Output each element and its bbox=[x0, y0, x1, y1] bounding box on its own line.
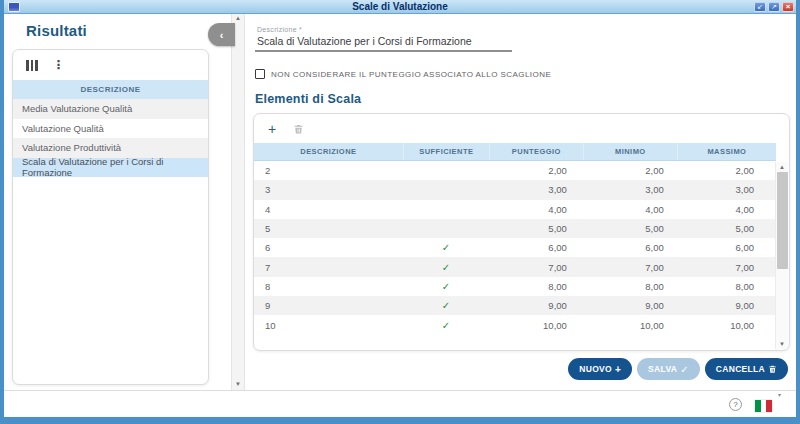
column-header[interactable]: SUFFICIENTE bbox=[403, 143, 489, 160]
no-score-checkbox-label: NON CONSIDERARE IL PUNTEGGIO ASSOCIATO A… bbox=[271, 70, 551, 79]
table-scrollbar[interactable]: ▲ ▼ bbox=[775, 162, 788, 349]
cancella-button-label: CANCELLA bbox=[716, 364, 765, 374]
sidebar-scrollbar[interactable]: ▲ ▼ bbox=[231, 14, 245, 390]
check-icon: ✓ bbox=[442, 320, 450, 331]
column-header[interactable]: DESCRIZIONE bbox=[254, 143, 403, 160]
cell-massimo: 6,00 bbox=[677, 242, 776, 253]
cell-massimo: 2,00 bbox=[677, 165, 776, 176]
window-titlebar[interactable]: Scale di Valutazione ↙ ↗ × bbox=[4, 0, 796, 14]
cell-punteggio: 9,00 bbox=[489, 300, 583, 311]
columns-icon[interactable] bbox=[26, 60, 38, 71]
cancella-button[interactable]: CANCELLA bbox=[705, 358, 788, 380]
table-toolbar: + bbox=[254, 114, 789, 143]
check-icon: ✓ bbox=[442, 262, 450, 273]
section-title: Elementi di Scala bbox=[255, 92, 790, 106]
cell-descrizione: 8 bbox=[254, 281, 403, 292]
check-icon: ✓ bbox=[442, 281, 450, 292]
check-icon: ✓ bbox=[442, 242, 450, 253]
cell-punteggio: 5,00 bbox=[489, 223, 583, 234]
cell-descrizione: 9 bbox=[254, 300, 403, 311]
table-row[interactable]: 44,004,004,00 bbox=[254, 200, 776, 219]
cell-punteggio: 10,00 bbox=[489, 320, 583, 331]
add-row-icon[interactable]: + bbox=[268, 122, 276, 136]
scroll-up-arrow-icon[interactable]: ▲ bbox=[232, 15, 244, 21]
cell-minimo: 9,00 bbox=[583, 300, 677, 311]
nuovo-button-label: NUOVO bbox=[579, 364, 612, 374]
delete-row-icon[interactable] bbox=[293, 123, 304, 135]
table-row[interactable]: 55,005,005,00 bbox=[254, 219, 776, 238]
caret-down-icon: ▾ bbox=[778, 391, 781, 398]
table-header: DESCRIZIONESUFFICIENTEPUNTEGGIOMINIMOMAS… bbox=[254, 143, 776, 161]
sidebar-title: Risultati bbox=[26, 22, 231, 39]
cell-punteggio: 4,00 bbox=[489, 204, 583, 215]
cell-sufficiente: ✓ bbox=[403, 262, 489, 273]
table-scroll-up-icon[interactable]: ▲ bbox=[779, 162, 785, 172]
table-row[interactable]: 22,002,002,00 bbox=[254, 161, 776, 180]
cell-minimo: 2,00 bbox=[583, 165, 677, 176]
results-list-item[interactable]: Valutazione Produttività bbox=[13, 138, 208, 158]
kebab-menu-icon[interactable]: ⋮ bbox=[53, 58, 65, 72]
cell-minimo: 6,00 bbox=[583, 242, 677, 253]
top-region: Risultati ⋮ DESCRIZIONE Media Valutazion… bbox=[4, 14, 796, 390]
cell-descrizione: 2 bbox=[254, 165, 403, 176]
window-content: Risultati ⋮ DESCRIZIONE Media Valutazion… bbox=[4, 14, 796, 417]
description-field-label: Descrizione * bbox=[257, 26, 512, 33]
cell-massimo: 9,00 bbox=[677, 300, 776, 311]
column-header[interactable]: MASSIMO bbox=[677, 143, 776, 160]
results-list-item[interactable]: Media Valutazione Qualità bbox=[13, 99, 208, 119]
table-row[interactable]: 7✓7,007,007,00 bbox=[254, 257, 776, 276]
table-body: 22,002,002,0033,003,003,0044,004,004,005… bbox=[254, 161, 776, 335]
plus-icon: + bbox=[615, 364, 621, 375]
cell-sufficiente: ✓ bbox=[403, 300, 489, 311]
help-icon[interactable]: ? bbox=[729, 398, 742, 411]
main-panel: Descrizione * Scala di Valutazione per i… bbox=[245, 14, 796, 390]
scale-elements-card: + DESCRIZIONESUFFICIENTEPUNTEGGIOMINIMOM… bbox=[253, 113, 790, 351]
table-row[interactable]: 10✓10,0010,0010,00 bbox=[254, 315, 776, 334]
window-maximize-button[interactable]: ↗ bbox=[768, 2, 780, 12]
results-list-item[interactable]: Valutazione Qualità bbox=[13, 119, 208, 139]
table-row[interactable]: 9✓9,009,009,00 bbox=[254, 296, 776, 315]
cell-punteggio: 7,00 bbox=[489, 262, 583, 273]
cell-sufficiente: ✓ bbox=[403, 320, 489, 331]
window-title: Scale di Valutazione bbox=[4, 0, 796, 14]
cell-punteggio: 6,00 bbox=[489, 242, 583, 253]
description-input[interactable]: Scala di Valutazione per i Corsi di Form… bbox=[257, 35, 512, 47]
cell-descrizione: 3 bbox=[254, 184, 403, 195]
column-header[interactable]: PUNTEGGIO bbox=[489, 143, 583, 160]
check-icon: ✓ bbox=[680, 364, 689, 375]
cell-massimo: 8,00 bbox=[677, 281, 776, 292]
cell-descrizione: 6 bbox=[254, 242, 403, 253]
table-scroll-down-icon[interactable]: ▼ bbox=[779, 339, 785, 349]
cell-minimo: 4,00 bbox=[583, 204, 677, 215]
nuovo-button[interactable]: NUOVO + bbox=[568, 358, 632, 380]
window-close-button[interactable]: × bbox=[782, 2, 794, 12]
sidebar: Risultati ⋮ DESCRIZIONE Media Valutazion… bbox=[4, 14, 231, 390]
window-restore-button[interactable]: ↙ bbox=[754, 2, 766, 12]
cell-descrizione: 10 bbox=[254, 320, 403, 331]
collapse-sidebar-button[interactable]: ‹ bbox=[208, 23, 235, 46]
italy-flag-icon bbox=[755, 400, 772, 412]
column-header[interactable]: MINIMO bbox=[583, 143, 677, 160]
cell-massimo: 10,00 bbox=[677, 320, 776, 331]
language-selector[interactable]: ▾ bbox=[755, 400, 772, 412]
description-field[interactable]: Descrizione * Scala di Valutazione per i… bbox=[255, 24, 512, 52]
table-scroll-thumb[interactable] bbox=[777, 172, 788, 269]
results-list: Media Valutazione QualitàValutazione Qua… bbox=[13, 99, 208, 177]
results-list-item[interactable]: Scala di Valutazione per i Corsi di Form… bbox=[13, 158, 208, 178]
table-row[interactable]: 6✓6,006,006,00 bbox=[254, 238, 776, 257]
cell-minimo: 8,00 bbox=[583, 281, 677, 292]
table-row[interactable]: 8✓8,008,008,00 bbox=[254, 277, 776, 296]
results-column-header: DESCRIZIONE bbox=[13, 80, 208, 99]
cell-sufficiente: ✓ bbox=[403, 242, 489, 253]
salva-button[interactable]: SALVA ✓ bbox=[637, 358, 700, 380]
scroll-down-arrow-icon[interactable]: ▼ bbox=[232, 381, 244, 387]
trash-icon bbox=[768, 364, 777, 374]
no-score-checkbox[interactable] bbox=[255, 69, 265, 79]
cell-minimo: 3,00 bbox=[583, 184, 677, 195]
cell-punteggio: 8,00 bbox=[489, 281, 583, 292]
cell-massimo: 3,00 bbox=[677, 184, 776, 195]
table-row[interactable]: 33,003,003,00 bbox=[254, 180, 776, 199]
no-score-checkbox-row[interactable]: NON CONSIDERARE IL PUNTEGGIO ASSOCIATO A… bbox=[255, 69, 790, 79]
salva-button-label: SALVA bbox=[648, 364, 677, 374]
window-controls: ↙ ↗ × bbox=[754, 2, 794, 12]
